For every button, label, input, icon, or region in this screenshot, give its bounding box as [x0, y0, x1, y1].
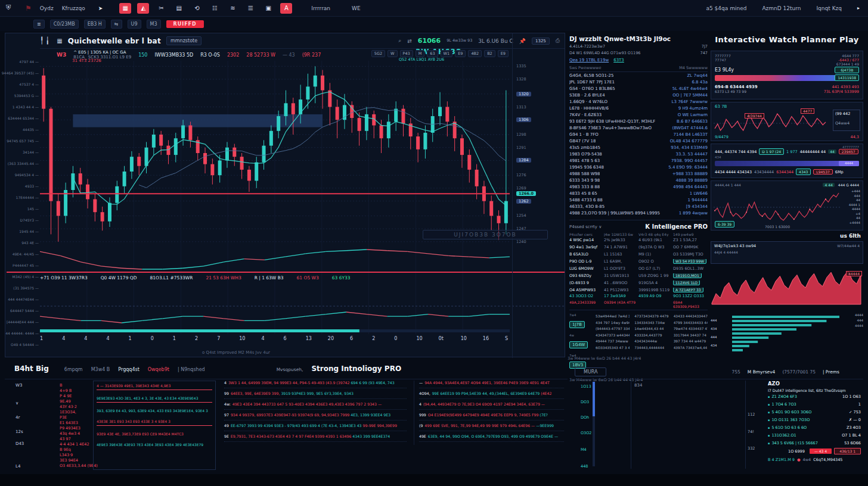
watch-row[interactable]: 4988 588 W98+988 333 88889: [569, 170, 708, 177]
watch-row[interactable]: 46333, 43O 8-85[9 434344: [569, 203, 708, 210]
people-icon[interactable]: ╿╽: [40, 37, 51, 45]
card1-badge-2[interactable]: 14311938: [835, 74, 859, 81]
intel-row[interactable]: (O-6933 941 ..6W9OO919G5A 411Z4V6 1LO: [569, 279, 708, 286]
alert-a-icon[interactable]: A: [280, 3, 292, 14]
intel-row[interactable]: O93 69ZOy31 U5W1913U59 ZO9G 1 991B191O,M…: [569, 272, 708, 279]
toolbar2-button-5[interactable]: U9: [128, 20, 141, 29]
card3-chip[interactable]: 44: [828, 149, 836, 154]
spark-annotation-1[interactable]: 4/39744: [745, 113, 764, 119]
br-h2[interactable]: M Bmyrsev4: [748, 369, 776, 375]
photo-icon[interactable]: ▣: [262, 3, 274, 14]
live-badge[interactable]: 4w1G4W: [569, 334, 591, 348]
gradient-bar[interactable]: [715, 75, 838, 81]
timeframe-chip-6[interactable]: W1: [441, 50, 453, 57]
shield-icon[interactable]: ⛨: [6, 4, 17, 13]
bottom-feed-box[interactable]: 4 — 3143E939 49E1, 39E343 434E 4,9E39E9E…: [93, 381, 216, 470]
watch-row[interactable]: 43s5 zmb1845934, 434 E33M49: [569, 144, 708, 151]
watch-row[interactable]: G94 1 · B 7FO7144 B4 L4633T: [569, 131, 708, 138]
timeframe-chip-3[interactable]: P43: [400, 50, 413, 57]
br-h4[interactable]: | Prems: [823, 369, 839, 375]
feed-row[interactable]: 49E63E9, 44 94, 99O O94, O 69E4,797E99 O…: [419, 434, 564, 442]
watch-row[interactable]: JPL 1D67 NT 7PJ 17E16.8 43a: [569, 79, 708, 85]
spark-annotation-2[interactable]: 4477: [801, 108, 814, 114]
intel-list-row[interactable]: 1O O131 363 7O3O✗ — 0: [768, 416, 861, 423]
intel-list-row[interactable]: 5 4O1 9O 6O3 3O6O✓ 753: [768, 408, 861, 416]
watch-row[interactable]: S3EB · 2.6 BYLE4OO | 7E7 5MM44: [569, 92, 708, 98]
bell-icon[interactable]: ⌕: [398, 38, 401, 44]
watch-row[interactable]: 4988 23,O7O 939 | 99LLW9W5 8994 L99951 8…: [569, 210, 708, 216]
intel-row[interactable]: 9O 4w1 3w9qf74 1 A7W91(9q37A Q W3OO 7 6M…: [569, 244, 708, 251]
intel-list-row[interactable]: 343 5 6V66 | t15 5666753 6O66: [768, 439, 861, 447]
toolbar2-button-1[interactable]: ≣: [33, 20, 45, 29]
vertical-scrollbar[interactable]: [593, 382, 595, 466]
watch-row[interactable]: 19945 936 63485.4 E9O 99: 63444: [569, 164, 708, 170]
card4-chip[interactable]: 4 44: [823, 183, 834, 187]
feed-row[interactable]: 9964EE3, 99E, 64E39E9 399, 3919 93P4E3 9…: [224, 391, 407, 399]
menu-item-1[interactable]: Oydz: [40, 5, 54, 11]
watch-row[interactable]: L678 · HHHH4VB/69 H9 4umz4m: [569, 105, 708, 111]
watch-row[interactable]: 5488 4733 6 881 944444: [569, 197, 708, 203]
menu-right-item-1[interactable]: a5 $4qa mined: [706, 5, 747, 11]
intel-row[interactable]: B 65A3LOL1 15163M9 (1)O3 5339MJ T3O: [569, 251, 708, 258]
bottom-tab-3[interactable]: Prgqq4st: [118, 367, 139, 372]
watch-row[interactable]: GS4 · O76O 1 B3LB655L 4L6T 4w44w4: [569, 85, 708, 92]
ruiffd-pill[interactable]: RUIFFD: [166, 20, 204, 28]
card3-red-badge[interactable]: 239457: [839, 149, 858, 154]
flag-icon[interactable]: ⚑: [25, 4, 32, 13]
feed-row[interactable]: 999O4 E194E9(9E499 64794E9 494E 49E76 EE…: [419, 413, 564, 420]
watch-row[interactable]: 4983 333 8 884998 494 64443: [569, 183, 708, 190]
intel-list-row[interactable]: 1 7O4 6 7O31: [768, 400, 861, 408]
scissors-icon[interactable]: ✂: [155, 3, 167, 14]
watch-row[interactable]: 1.66Q9 · 4 W76LOL3 764F 7wwwrw: [569, 98, 708, 105]
chart-tag-chip[interactable]: mmnzstote: [166, 36, 202, 45]
intel-row[interactable]: 4 W9C pw142% jw9k334 6U93 (9k1Z3 1 53A,2…: [569, 236, 708, 244]
section5-info-box[interactable]: W4J/7q1wk3 43 ow94 44J4 4 44444 W7/44w44…: [711, 241, 863, 264]
right-axis[interactable]: 1335132813201313130612981291128412761269…: [512, 33, 565, 358]
menu-item-4[interactable]: WE: [352, 5, 361, 11]
menu-right-item-3[interactable]: Iqnqt Kzq: [816, 5, 842, 11]
watch-row[interactable]: 7K4V · E.6Z633O WE Lwmwm: [569, 111, 708, 118]
menu-item-3[interactable]: Irrrrran: [311, 5, 330, 11]
timeframe-chip-8[interactable]: 4B2: [468, 50, 482, 57]
toolbar2-button-4[interactable]: ⇆: [111, 20, 122, 29]
timeframe-chip-5[interactable]: 63: [427, 50, 438, 57]
watch-row[interactable]: 4833 45 8 651 LW646: [569, 190, 708, 197]
intel-filter[interactable]: P4ssed scrrty ∨: [569, 225, 602, 229]
aura-chip[interactable]: MURA: [575, 367, 606, 376]
live-badge[interactable]: 7w41J7B: [569, 313, 591, 328]
card3-red-badge-2[interactable]: L94537: [813, 169, 832, 175]
watch-link-2[interactable]: 63T3: [613, 58, 624, 63]
watch-row[interactable]: GB47 (7V 18OL4B 434 677779: [569, 138, 708, 144]
compare-icon[interactable]: ⇄: [407, 38, 412, 44]
feed-row[interactable]: —94A 4944, 93A4E4,4E97 4O94 49E1, 39EE46…: [419, 381, 564, 388]
area-chart-badge[interactable]: 44444: [846, 271, 862, 276]
menu-item-2[interactable]: Kfruzzqo: [62, 5, 85, 11]
feed-row[interactable]: 4w:49E3 43E4 394 443733 647 5 93-40E3 43…: [224, 402, 407, 410]
bottom-tab-1[interactable]: 6mpqm: [64, 367, 83, 372]
toolbar2-button-6[interactable]: M3: [147, 20, 161, 29]
toolbar2-button-3[interactable]: EB3 H: [84, 20, 106, 29]
feed-row[interactable]: 97934 4 99379, 69937E3 439E947-93 93974(…: [224, 413, 407, 420]
intel-list-row[interactable]: 131O362.O1O7 1 BL 4: [768, 431, 861, 439]
feed-row[interactable]: (9499 69E SVE, 991, 7E,99 94E,49 99 99E …: [419, 423, 564, 431]
feed-row[interactable]: 43W3 1 44, 64999 39EM, 94 999E3 44, P94-…: [224, 381, 407, 388]
watch-row[interactable]: 1983 O79-543833.3. 53 44447: [569, 151, 708, 157]
watch-row[interactable]: 8-BFS46 736E3 7wu4+3wwwBOw73wO(BWG4T 474…: [569, 124, 708, 131]
refresh-icon[interactable]: ⟲: [191, 3, 203, 14]
card3-badge-1[interactable]: D 1 97 (24: [759, 148, 784, 155]
red-badge-1[interactable]: — 43 4: [810, 448, 832, 454]
intel-list-row[interactable]: Z1 Z4O4 6F31O 1 O63: [768, 392, 861, 400]
candlestick-chart[interactable]: [5, 33, 566, 358]
watch-row[interactable]: 6333 343 9 984888 39 88889: [569, 177, 708, 183]
wave-icon[interactable]: ≋: [227, 3, 238, 14]
intel-list-row[interactable]: 5 61O 5O 63 6 6OZ3 4O3: [768, 423, 861, 431]
feed-row[interactable]: 4O94,99E 64EE19 99 P94,54E39 44, 49,(344…: [419, 391, 564, 399]
timeframe-chip-7[interactable]: E9: [455, 50, 466, 57]
x-axis[interactable]: 14441012710461320620100t1016S: [40, 336, 511, 344]
card4-bottom-badge[interactable]: 6-39 39: [715, 221, 734, 228]
timeframe-chip-10[interactable]: E9: [498, 50, 509, 57]
timeframe-chip-9[interactable]: B2: [484, 50, 495, 57]
grid-small-icon[interactable]: ▦: [57, 38, 62, 44]
watch-link-1[interactable]: Qea 19 1TBL E19w: [569, 58, 609, 63]
intel-row[interactable]: O4 A5MPW9341 P512W933999199B 5119A 7Z1AE…: [569, 286, 708, 294]
